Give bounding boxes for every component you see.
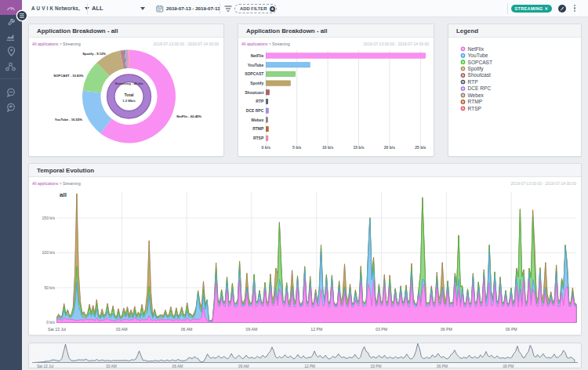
svg-text:Webex: Webex [251, 118, 263, 122]
svg-text:150 b/s: 150 b/s [42, 216, 56, 220]
svg-text:03 PM: 03 PM [371, 365, 382, 368]
svg-text:03 AM: 03 AM [116, 327, 128, 332]
svg-text:09 AM: 09 AM [238, 365, 249, 368]
svg-text:50 b/s: 50 b/s [44, 285, 55, 290]
svg-text:100 b/s: 100 b/s [42, 250, 56, 255]
svg-text:RTMP: RTMP [252, 126, 264, 131]
svg-text:RTMP: RTMP [468, 99, 483, 104]
svg-text:06 AM: 06 AM [172, 365, 183, 368]
svg-text:Spotify: Spotify [250, 81, 263, 85]
svg-text:RTSP: RTSP [468, 106, 482, 111]
svg-text:SOPCAST - 10.83%: SOPCAST - 10.83% [53, 74, 83, 78]
svg-text:SOPCAST: SOPCAST [245, 71, 263, 76]
svg-text:15 b/s: 15 b/s [353, 145, 364, 150]
svg-text:RTP: RTP [256, 99, 264, 103]
svg-text:all: all [60, 191, 67, 198]
svg-text:09 PM: 09 PM [503, 365, 514, 368]
svg-text:0 b/s: 0 b/s [262, 145, 271, 150]
svg-text:06 AM: 06 AM [181, 327, 193, 332]
svg-text:Total: Total [124, 92, 134, 97]
svg-text:SOPCAST: SOPCAST [468, 60, 493, 65]
svg-text:06 PM: 06 PM [441, 327, 452, 332]
svg-text:YouTube: YouTube [248, 63, 264, 67]
svg-text:NetFlix - 60.45%: NetFlix - 60.45% [176, 114, 201, 118]
svg-text:DCE RPC: DCE RPC [468, 85, 492, 91]
svg-text:Spotify: Spotify [468, 66, 485, 72]
svg-text:12 PM: 12 PM [310, 327, 322, 332]
svg-text:Sat 13 Jul: Sat 13 Jul [48, 327, 66, 332]
svg-text:Spotify - 9.12%: Spotify - 9.12% [82, 52, 106, 56]
svg-text:5 b/s: 5 b/s [292, 145, 302, 150]
svg-text:0 b/s: 0 b/s [46, 320, 55, 325]
svg-text:09 AM: 09 AM [246, 327, 258, 332]
svg-text:Streaming - 43 b/s: Streaming - 43 b/s [114, 82, 143, 85]
svg-text:06 PM: 06 PM [437, 365, 448, 368]
svg-text:03 PM: 03 PM [376, 327, 387, 332]
svg-text:09 PM: 09 PM [506, 327, 517, 332]
svg-text:YouTube: YouTube [468, 53, 488, 58]
svg-text:Webex: Webex [468, 92, 485, 98]
svg-text:25 b/s: 25 b/s [415, 145, 426, 150]
svg-text:RTSP: RTSP [253, 136, 264, 140]
svg-text:DCE RPC: DCE RPC [246, 108, 264, 113]
svg-text:03 AM: 03 AM [106, 365, 117, 368]
svg-text:12 PM: 12 PM [304, 365, 315, 368]
svg-text:NetFlix: NetFlix [251, 53, 264, 58]
svg-text:20 b/s: 20 b/s [384, 145, 395, 150]
svg-text:Shoutcast: Shoutcast [468, 72, 491, 78]
svg-text:Sat 13 Jul: Sat 13 Jul [37, 365, 53, 368]
svg-text:YouTube - 16.55%: YouTube - 16.55% [55, 118, 82, 122]
svg-text:RTP: RTP [468, 79, 479, 85]
svg-text:10 b/s: 10 b/s [322, 145, 333, 150]
svg-text:1.2 Mb/s: 1.2 Mb/s [122, 99, 136, 103]
svg-text:NetFlix: NetFlix [468, 46, 485, 52]
svg-text:Shoutcast: Shoutcast [245, 90, 264, 95]
